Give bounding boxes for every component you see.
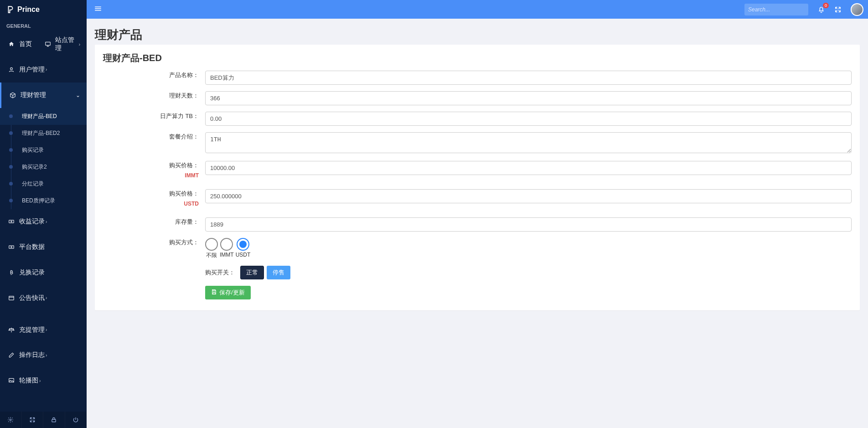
save-button-label: 保存/更新 — [219, 289, 245, 297]
sidebar-item-label: 平台数据 — [19, 243, 45, 251]
sidebar-item-announcements[interactable]: 公告快讯 › — [0, 285, 87, 311]
sidebar-submenu-finance: 理财产品-BED 理财产品-BED2 购买记录 购买记录2 分红记录 BED质押… — [0, 108, 87, 209]
brand[interactable]: Prince — [0, 0, 87, 19]
sidebar-item-deposit-mgmt[interactable]: 充提管理 › — [0, 317, 87, 343]
chevron-right-icon: › — [46, 353, 47, 358]
sidebar-item-label: 理财管理 — [21, 91, 46, 99]
sidebar-subitem-dividend-records[interactable]: 分红记录 — [0, 175, 87, 192]
chevron-right-icon: › — [39, 378, 41, 383]
fullscreen-button[interactable] — [834, 6, 842, 13]
sidebar-item-op-log[interactable]: 操作日志 › — [0, 343, 87, 368]
sidebar-section-label: GENERAL — [0, 19, 87, 31]
save-icon — [211, 289, 217, 296]
label-price-usdt: 购买价格： USTD — [103, 189, 205, 208]
label-sub: USTD — [103, 199, 199, 208]
search-input[interactable] — [748, 6, 816, 13]
input-days[interactable] — [205, 91, 852, 105]
menu-toggle-button[interactable] — [91, 3, 105, 16]
sidebar-subitem-label: 理财产品-BED — [22, 113, 57, 119]
sidebar-item-revenue-records[interactable]: 收益记录 › — [0, 209, 87, 235]
radio-label: USDT — [236, 252, 251, 258]
textarea-package-intro[interactable]: 1TH — [205, 132, 852, 153]
svg-point-3 — [11, 221, 12, 222]
chevron-right-icon: › — [79, 42, 80, 47]
sidebar-item-label: 站点管理 — [55, 36, 78, 52]
svg-rect-0 — [46, 42, 51, 45]
sidebar-footer — [0, 412, 87, 428]
svg-rect-4 — [9, 246, 14, 248]
radio-unlimited[interactable] — [205, 238, 218, 251]
save-button[interactable]: 保存/更新 — [205, 286, 251, 299]
sidebar-subitem-label: 购买记录2 — [22, 164, 47, 170]
sidebar-item-site-mgmt[interactable]: 站点管理 › — [43, 34, 80, 54]
power-icon — [72, 417, 79, 423]
search-wrap — [744, 4, 808, 15]
sidebar-subitem-buy-records[interactable]: 购买记录 — [0, 142, 87, 159]
window-icon — [6, 295, 16, 301]
sidebar-item-carousel[interactable]: 轮播图 › — [0, 368, 87, 393]
input-stock[interactable] — [205, 217, 852, 232]
label-daily-tb: 日产算力 TB： — [103, 112, 205, 126]
sidebar-item-label: 收益记录 — [19, 217, 45, 226]
home-icon — [6, 41, 16, 47]
svg-point-1 — [10, 67, 13, 70]
footer-settings-button[interactable] — [0, 412, 22, 428]
footer-lock-button[interactable] — [43, 412, 65, 428]
label-product-name: 产品名称： — [103, 71, 205, 85]
sidebar-item-finance-mgmt[interactable]: 理财管理 ⌄ — [0, 83, 87, 108]
label-sub: IMMT — [103, 171, 199, 180]
label-stock: 库存量： — [103, 217, 205, 232]
input-product-name[interactable] — [205, 71, 852, 85]
hamburger-icon — [94, 5, 102, 13]
user-icon — [6, 67, 16, 73]
switch-stop-button[interactable]: 停售 — [267, 266, 290, 279]
expand-icon — [29, 417, 36, 423]
sidebar-item-exchange-records[interactable]: 兑换记录 — [0, 260, 87, 285]
sidebar-subitem-bed[interactable]: 理财产品-BED — [0, 108, 87, 125]
label-package-intro: 套餐介绍： — [103, 132, 205, 155]
page-title: 理财产品 — [95, 27, 860, 43]
notification-badge: 0 — [823, 3, 829, 8]
radio-usdt[interactable] — [237, 238, 249, 251]
sidebar-subitem-buy-records2[interactable]: 购买记录2 — [0, 159, 87, 175]
label-text: 购买价格： — [169, 190, 199, 197]
expand-icon — [834, 6, 842, 13]
footer-power-button[interactable] — [65, 412, 87, 428]
sidebar-subitem-label: 理财产品-BED2 — [22, 130, 60, 136]
sidebar-subitem-bed2[interactable]: 理财产品-BED2 — [0, 125, 87, 142]
footer-expand-button[interactable] — [22, 412, 44, 428]
radio-label: IMMT — [220, 252, 234, 258]
sidebar-item-label: 兑换记录 — [19, 268, 45, 277]
svg-rect-6 — [9, 296, 14, 300]
scale-icon — [6, 327, 16, 333]
input-price-usdt[interactable] — [205, 189, 852, 203]
image-icon — [6, 377, 16, 384]
sidebar-subitem-bed-staking[interactable]: BED质押记录 — [0, 192, 87, 209]
sidebar-item-platform-data[interactable]: 平台数据 — [0, 234, 87, 260]
sidebar-item-label: 公告快讯 — [19, 294, 45, 302]
money-icon — [6, 244, 16, 250]
lock-icon — [51, 417, 57, 423]
sidebar-subitem-label: BED质押记录 — [22, 197, 55, 204]
radio-immt[interactable] — [220, 238, 233, 251]
label-switch: 购买开关： — [205, 268, 235, 277]
switch-normal-button[interactable]: 正常 — [240, 266, 264, 279]
chevron-right-icon: › — [46, 295, 47, 300]
edit-icon — [6, 352, 16, 358]
radio-label: 不限 — [206, 252, 217, 259]
sidebar-item-label: 充提管理 — [19, 326, 45, 334]
chevron-down-icon: ⌄ — [76, 92, 80, 98]
sidebar-item-user-mgmt[interactable]: 用户管理 › — [0, 57, 87, 83]
sidebar-item-label: 轮播图 — [19, 376, 38, 385]
notification-button[interactable]: 0 — [817, 5, 825, 13]
bitcoin-icon — [6, 269, 16, 276]
sidebar-item-home[interactable]: 首页 — [6, 34, 43, 54]
svg-rect-9 — [52, 419, 56, 422]
brand-text: Prince — [17, 5, 40, 14]
input-daily-tb[interactable] — [205, 112, 852, 126]
gear-icon — [7, 417, 14, 423]
input-price-immt[interactable] — [205, 161, 852, 175]
svg-point-8 — [10, 419, 12, 421]
avatar[interactable] — [851, 3, 863, 16]
label-buy-mode: 购买方式： — [103, 238, 205, 259]
